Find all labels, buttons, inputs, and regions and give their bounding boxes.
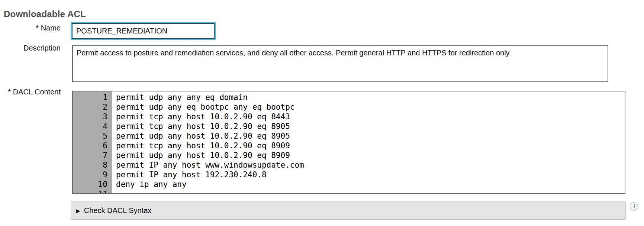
dacl-line-numbers: 1234567891011 [73,91,112,193]
dacl-content-editor[interactable]: 1234567891011 permit udp any any eq doma… [72,91,625,194]
check-dacl-syntax-label: Check DACL Syntax [84,206,152,215]
check-dacl-syntax-expander[interactable]: ▶ Check DACL Syntax [71,201,626,220]
info-icon[interactable]: i [630,202,638,211]
page-title: Downloadable ACL [4,9,86,19]
description-field-label: Description [0,44,61,52]
dacl-content-field-label: * DACL Content [0,88,61,96]
dacl-code[interactable]: permit udp any any eq domainpermit udp a… [112,91,625,193]
name-input[interactable] [72,23,215,39]
name-field-label: * Name [0,24,61,32]
description-textarea[interactable]: Permit access to posture and remediation… [72,45,608,82]
caret-right-icon: ▶ [76,208,80,213]
